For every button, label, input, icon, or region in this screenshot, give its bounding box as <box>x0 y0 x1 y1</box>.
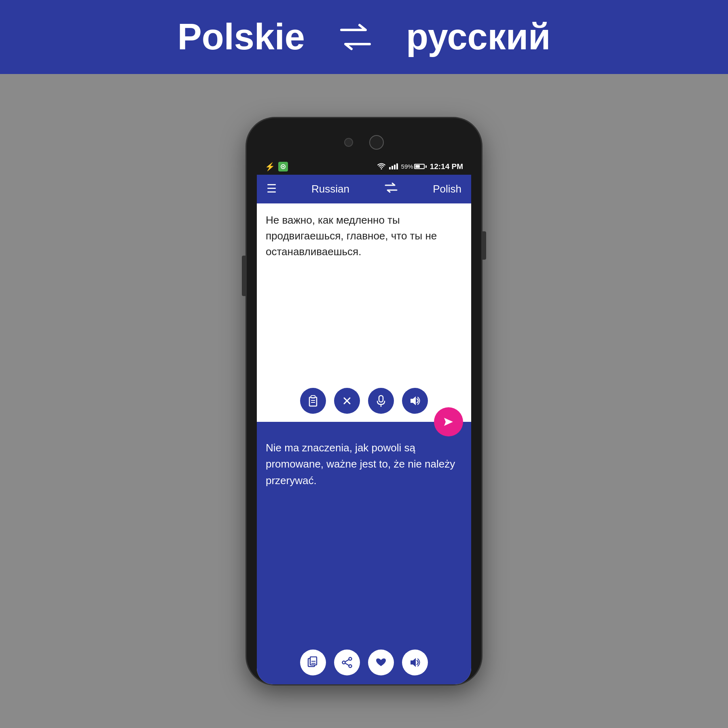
speak-translation-button[interactable] <box>402 650 428 675</box>
svg-marker-15 <box>411 396 416 405</box>
svg-point-21 <box>349 657 352 660</box>
output-action-buttons <box>257 643 471 684</box>
svg-point-5 <box>381 168 382 169</box>
send-translate-button[interactable] <box>434 407 463 436</box>
battery-percent: 59% <box>401 163 413 170</box>
phone-shell: ⚡ <box>247 118 481 684</box>
battery-indicator: 59% <box>401 163 427 170</box>
share-button[interactable] <box>334 650 360 675</box>
banner-target-lang[interactable]: русский <box>406 16 550 58</box>
banner-swap-icon[interactable] <box>337 22 374 52</box>
svg-marker-16 <box>444 418 453 426</box>
app-icon-green <box>278 162 288 171</box>
hamburger-menu[interactable]: ☰ <box>267 183 277 195</box>
svg-rect-6 <box>309 397 317 406</box>
input-panel: Не важно, как медленно ты продвигаешься,… <box>257 203 471 422</box>
microphone-button[interactable] <box>368 388 394 414</box>
source-language-label[interactable]: Russian <box>311 183 349 195</box>
volume-button[interactable] <box>242 256 246 296</box>
clear-button[interactable] <box>334 388 360 414</box>
target-language-label[interactable]: Polish <box>433 183 461 195</box>
status-time: 12:14 PM <box>430 162 463 171</box>
banner-source-lang[interactable]: Polskie <box>178 16 305 58</box>
svg-point-23 <box>343 661 345 664</box>
swap-languages-button[interactable] <box>384 182 398 196</box>
phone-top <box>247 118 481 159</box>
front-camera <box>369 135 384 150</box>
output-panel: Nie ma znaczenia, jak powoli są promowan… <box>257 422 471 684</box>
favorite-button[interactable] <box>368 650 394 675</box>
phone-screen: ⚡ <box>257 159 471 684</box>
svg-point-4 <box>282 166 284 167</box>
top-banner: Polskie русский <box>0 0 728 74</box>
svg-rect-8 <box>311 396 315 398</box>
signal-icon <box>389 163 398 169</box>
phone-area: ⚡ <box>0 74 728 728</box>
app-header: ☰ Russian Polish <box>257 175 471 203</box>
svg-marker-26 <box>411 658 416 667</box>
source-text[interactable]: Не важно, как медленно ты продвигаешься,… <box>257 203 471 381</box>
status-bar: ⚡ <box>257 159 471 175</box>
svg-point-22 <box>349 665 352 667</box>
svg-line-25 <box>345 663 349 665</box>
power-button[interactable] <box>482 231 486 260</box>
front-sensor <box>344 138 353 147</box>
svg-line-24 <box>345 659 349 662</box>
usb-icon: ⚡ <box>265 162 275 171</box>
status-right-icons: 59% 12:14 PM <box>377 162 463 171</box>
speak-source-button[interactable] <box>402 388 428 414</box>
svg-rect-0 <box>337 22 374 52</box>
translated-text: Nie ma znaczenia, jak powoli są promowan… <box>257 422 471 643</box>
status-left-icons: ⚡ <box>265 162 288 171</box>
clipboard-button[interactable] <box>300 388 326 414</box>
copy-translation-button[interactable] <box>300 650 326 675</box>
wifi-icon <box>377 163 386 170</box>
svg-rect-13 <box>379 396 383 402</box>
